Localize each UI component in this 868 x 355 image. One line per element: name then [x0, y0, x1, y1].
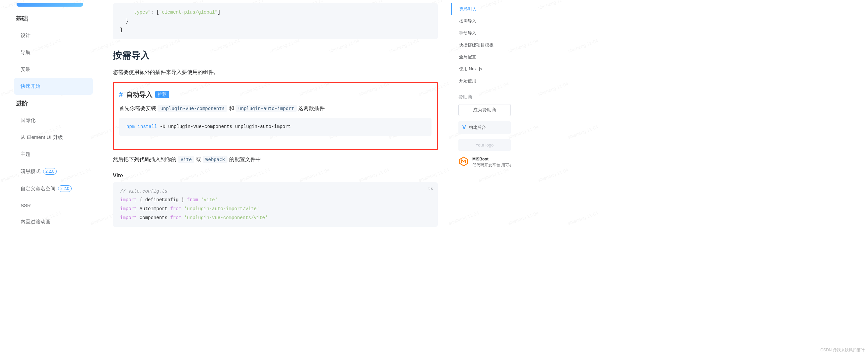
- sidebar-item-i18n[interactable]: 国际化: [0, 112, 99, 129]
- heading-vite: Vite: [113, 172, 438, 179]
- paragraph: 然后把下列代码插入到你的 Vite 或 Webpack 的配置文件中: [113, 155, 438, 164]
- promo-banner[interactable]: [17, 3, 83, 7]
- sidebar-item-upgrade[interactable]: 从 Element UI 升级: [0, 129, 99, 146]
- sidebar-item-quickstart[interactable]: 快速开始: [14, 78, 93, 95]
- sidebar-item-transition[interactable]: 内置过渡动画: [0, 214, 99, 230]
- toc-item-nuxt[interactable]: 使用 Nuxt.js: [451, 63, 511, 75]
- sidebar-item-namespace[interactable]: 自定义命名空间 2.2.0: [0, 180, 99, 197]
- sidebar-group: 基础 设计 导航 安装 快速开始: [0, 10, 99, 95]
- code-block-npm: npm install -D unplugin-vue-components u…: [119, 118, 432, 136]
- sponsor-card-misboot[interactable]: MISBoot 低代码开发平台 用可视化: [458, 156, 511, 168]
- vue-icon: V: [462, 125, 466, 131]
- toc-item-start[interactable]: 开始使用: [451, 75, 511, 87]
- toc-item-template[interactable]: 快捷搭建项目模板: [451, 39, 511, 51]
- sidebar-item-nav[interactable]: 导航: [0, 44, 99, 61]
- sidebar-group-title: 基础: [0, 10, 99, 27]
- sidebar-item-theme[interactable]: 主题: [0, 146, 99, 163]
- heading-auto-import: # 自动导入 推荐: [119, 90, 432, 99]
- sidebar-group: 进阶 国际化 从 Element UI 升级 主题 暗黑模式 2.2.0 自定义…: [0, 95, 99, 230]
- version-badge: 2.2.0: [43, 168, 57, 175]
- sidebar-nav: 基础 设计 导航 安装 快速开始 进阶 国际化 从 Element UI 升级 …: [0, 0, 99, 237]
- main-content: "types": ["element-plus/global"] } } 按需导…: [99, 0, 451, 237]
- sponsor-title: MISBoot: [472, 156, 511, 162]
- sidebar-item-ssr[interactable]: SSR: [0, 197, 99, 214]
- anchor-hash-icon[interactable]: #: [119, 91, 123, 98]
- sponsor-card-placeholder[interactable]: Your logo: [458, 139, 511, 151]
- misboot-icon: [458, 156, 469, 167]
- sidebar-item-design[interactable]: 设计: [0, 27, 99, 44]
- toc-item-global-config[interactable]: 全局配置: [451, 51, 511, 63]
- become-sponsor-button[interactable]: 成为赞助商: [458, 104, 511, 116]
- sponsor-heading: 赞助商: [458, 94, 511, 100]
- sidebar-item-dark[interactable]: 暗黑模式 2.2.0: [0, 163, 99, 180]
- code-inline: unplugin-vue-components: [158, 105, 227, 112]
- recommended-tag: 推荐: [155, 91, 169, 98]
- sidebar-item-install[interactable]: 安装: [0, 61, 99, 78]
- code-block-vite-config: ts// vite.config.ts import { defineConfi…: [113, 182, 438, 227]
- highlight-annotation: # 自动导入 推荐 首先你需要安装 unplugin-vue-component…: [113, 82, 438, 150]
- code-lang-label: ts: [428, 185, 433, 193]
- paragraph: 您需要使用额外的插件来导入要使用的组件。: [113, 68, 438, 77]
- code-inline: Vite: [178, 156, 194, 163]
- paragraph: 首先你需要安装 unplugin-vue-components 和 unplug…: [119, 104, 432, 114]
- code-inline: Webpack: [203, 156, 227, 163]
- code-inline: unplugin-auto-import: [236, 105, 297, 112]
- sponsor-desc: 低代码开发平台 用可视化: [472, 162, 511, 168]
- code-block-tsconfig: "types": ["element-plus/global"] } }: [113, 3, 438, 39]
- version-badge: 2.2.0: [58, 185, 72, 192]
- sidebar-group-title: 进阶: [0, 95, 99, 112]
- toc-item-manual[interactable]: 手动导入: [451, 27, 511, 39]
- toc-nav: 完整引入 按需导入 手动导入 快捷搭建项目模板 全局配置 使用 Nuxt.js …: [451, 0, 514, 237]
- toc-item-full-import[interactable]: 完整引入: [451, 3, 511, 15]
- heading-ondemand-import: 按需导入: [113, 49, 438, 62]
- sponsor-card-build[interactable]: V 构建后台: [458, 121, 511, 134]
- toc-item-ondemand[interactable]: 按需导入: [451, 15, 511, 27]
